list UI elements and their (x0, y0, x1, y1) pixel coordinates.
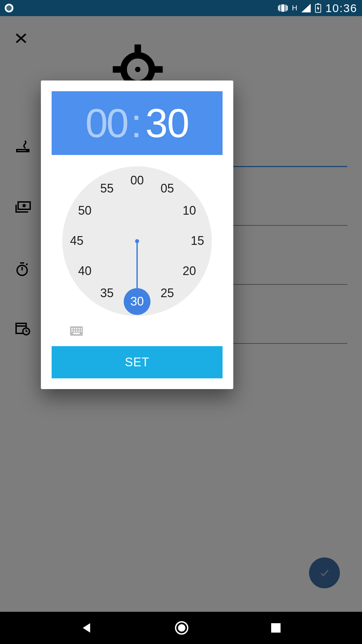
nav-home-button[interactable] (174, 621, 189, 635)
square-recent-icon (270, 623, 281, 633)
clock-minute-20[interactable]: 20 (180, 264, 199, 278)
clock-minute-45[interactable]: 45 (67, 234, 86, 248)
clock-minute-55[interactable]: 55 (98, 181, 116, 196)
clock-minute-00[interactable]: 00 (128, 173, 146, 187)
svg-rect-20 (74, 328, 75, 329)
nav-recent-button[interactable] (270, 623, 281, 633)
svg-rect-25 (74, 330, 75, 332)
svg-rect-29 (73, 333, 80, 334)
svg-rect-32 (271, 623, 281, 633)
svg-rect-19 (71, 328, 73, 329)
status-left (5, 4, 13, 12)
svg-rect-23 (81, 328, 82, 329)
svg-rect-21 (76, 328, 77, 329)
time-picker-dialog: 00 : 30 30 0005101520253540455055 SET (41, 80, 233, 389)
svg-rect-26 (76, 330, 77, 332)
clock-center-dot (135, 239, 139, 243)
svg-rect-24 (71, 330, 73, 332)
time-colon: : (131, 100, 142, 146)
svg-rect-22 (78, 328, 80, 329)
hours-display[interactable]: 00 (85, 100, 127, 146)
clock-minute-05[interactable]: 05 (158, 181, 177, 196)
signal-icon (301, 4, 311, 12)
clock-minute-25[interactable]: 25 (158, 286, 177, 300)
minutes-display[interactable]: 30 (145, 100, 189, 146)
clock-selected-label: 30 (130, 294, 144, 309)
svg-point-31 (178, 624, 185, 632)
svg-rect-2 (317, 3, 319, 4)
svg-rect-28 (81, 330, 82, 332)
svg-rect-0 (281, 4, 285, 12)
clock-minute-40[interactable]: 40 (75, 264, 94, 278)
triangle-back-icon (81, 622, 93, 634)
clock-minute-35[interactable]: 35 (98, 286, 116, 300)
clock-minute-50[interactable]: 50 (75, 204, 94, 218)
time-header: 00 : 30 (52, 91, 223, 155)
svg-rect-27 (78, 330, 80, 332)
nav-back-button[interactable] (81, 622, 93, 634)
clock-minute-15[interactable]: 15 (188, 234, 207, 248)
keyboard-icon (70, 326, 83, 336)
status-bar: H 10:36 (0, 0, 362, 16)
set-button[interactable]: SET (52, 346, 223, 378)
keyboard-input-toggle[interactable] (70, 326, 83, 336)
camera-notch-icon (5, 4, 13, 12)
clock-selected-knob[interactable]: 30 (124, 288, 150, 315)
vibrate-icon (278, 4, 288, 12)
clock-minute-10[interactable]: 10 (180, 204, 199, 218)
navigation-bar (0, 612, 362, 644)
status-time: 10:36 (325, 2, 357, 15)
status-right: H 10:36 (278, 2, 357, 15)
network-type-icon: H (292, 4, 297, 12)
clock-face[interactable]: 30 0005101520253540455055 (62, 166, 212, 316)
circle-home-icon (174, 621, 189, 635)
battery-charging-icon (315, 3, 321, 13)
